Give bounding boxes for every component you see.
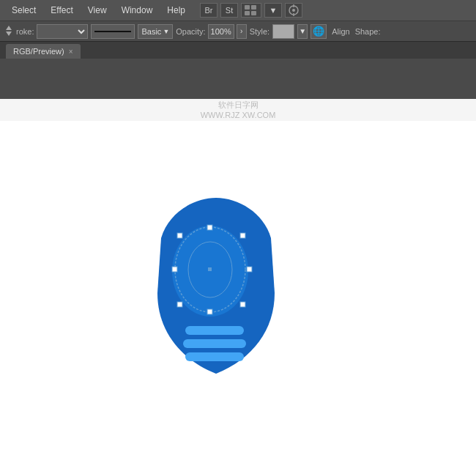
workspace-switcher[interactable]	[241, 3, 261, 18]
handle-top	[207, 225, 212, 230]
stroke-type-dropdown[interactable]: Basic ▼	[138, 24, 173, 39]
opacity-section: Opacity: 100% ›	[176, 24, 246, 39]
menu-help[interactable]: Help	[161, 4, 191, 17]
tab-close-button[interactable]: ×	[69, 48, 73, 56]
line-2	[183, 339, 246, 348]
watermark: 软件日字网 WWW.RJZ XW.COM	[201, 100, 276, 121]
svg-rect-2	[245, 11, 250, 15]
tab-label: RGB/Preview)	[13, 47, 64, 56]
target-icon	[288, 4, 300, 16]
svg-rect-0	[245, 5, 250, 10]
handle-left	[172, 267, 177, 272]
globe-icon-btn[interactable]: 🌐	[310, 24, 327, 39]
stock-label: St	[226, 6, 233, 15]
handle-bottom-right	[240, 302, 245, 307]
stroke-preview	[91, 24, 135, 39]
line-3	[185, 352, 244, 361]
stroke-label	[4, 23, 13, 40]
style-arrow[interactable]: ▼	[297, 24, 308, 39]
grid-icon	[245, 5, 258, 15]
center-point	[208, 267, 212, 271]
menu-bar: Select Effect View Window Help Br St ▼	[0, 0, 476, 21]
style-color-box[interactable]	[272, 24, 294, 39]
style-label: Style:	[250, 27, 270, 36]
dropdown-arrow-btn[interactable]: ▼	[264, 3, 282, 18]
align-button[interactable]: Align	[330, 27, 352, 36]
opacity-value[interactable]: 100%	[208, 24, 234, 39]
dark-area	[0, 59, 476, 99]
menu-select[interactable]: Select	[6, 4, 42, 17]
stock-icon-btn[interactable]: St	[220, 3, 238, 18]
handle-bottom-left	[177, 302, 182, 307]
shape-label: Shape:	[355, 27, 381, 36]
watermark-container: 软件日字网 WWW.RJZ XW.COM	[0, 99, 476, 121]
handle-top-left	[177, 233, 182, 238]
main-illustration[interactable]	[143, 190, 289, 381]
spinbox-up-icon	[4, 23, 13, 38]
target-icon-btn[interactable]	[285, 3, 302, 18]
stroke-line	[94, 31, 131, 32]
menu-effect[interactable]: Effect	[45, 4, 78, 17]
line-1	[185, 326, 244, 335]
app-icons: Br St ▼	[200, 3, 302, 18]
handle-top-right	[240, 233, 245, 238]
stroke-type-chevron: ▼	[163, 28, 169, 35]
svg-marker-9	[6, 32, 12, 36]
svg-marker-8	[6, 26, 12, 30]
stroke-text-label: roke:	[16, 27, 34, 36]
menu-view[interactable]: View	[82, 4, 113, 17]
opacity-arrow[interactable]: ›	[237, 24, 247, 39]
document-tab[interactable]: RGB/Preview) ×	[6, 44, 81, 59]
stroke-select[interactable]	[37, 24, 88, 39]
tab-bar: RGB/Preview) ×	[0, 41, 476, 59]
toolbar: roke: Basic ▼ Opacity: 100% › Style: ▼ 🌐…	[0, 21, 476, 41]
opacity-label: Opacity:	[176, 27, 205, 36]
menu-window[interactable]: Window	[116, 4, 159, 17]
bridge-icon-btn[interactable]: Br	[200, 3, 217, 18]
svg-point-5	[292, 9, 295, 12]
stroke-type-label: Basic	[141, 27, 161, 36]
canvas-area	[0, 121, 476, 451]
svg-rect-3	[251, 11, 256, 15]
svg-rect-1	[251, 5, 256, 10]
handle-bottom	[207, 309, 212, 314]
bridge-label: Br	[205, 6, 213, 15]
handle-right	[247, 267, 252, 272]
